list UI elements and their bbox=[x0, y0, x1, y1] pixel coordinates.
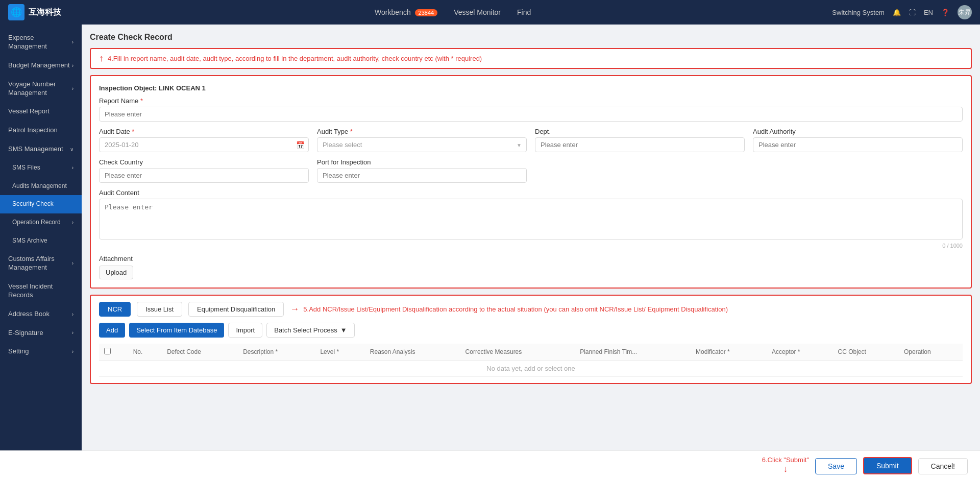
top-navigation: 🌐 互海科技 Workbench 23844 Vessel Monitor Fi… bbox=[0, 0, 980, 25]
chevron-right-icon: › bbox=[72, 219, 74, 226]
notification-icon[interactable]: 🔔 bbox=[893, 9, 901, 16]
sidebar-item-operation-record[interactable]: Operation Record › bbox=[0, 213, 82, 232]
tab-ncr[interactable]: NCR bbox=[99, 302, 131, 317]
arrow-down-icon: ↓ bbox=[783, 464, 788, 474]
sidebar-item-customs[interactable]: Customs AffairsManagement › bbox=[0, 250, 82, 277]
sidebar-item-expense[interactable]: ExpenseManagement › bbox=[0, 29, 82, 56]
batch-select-button[interactable]: Batch Select Process ▼ bbox=[266, 323, 354, 338]
add-button[interactable]: Add bbox=[99, 323, 125, 338]
nav-vessel-monitor[interactable]: Vessel Monitor bbox=[454, 8, 501, 16]
sidebar-item-audits[interactable]: Audits Management bbox=[0, 177, 82, 196]
arrow-up-icon: ↑ bbox=[99, 53, 104, 64]
sidebar-item-sms-files[interactable]: SMS Files › bbox=[0, 159, 82, 177]
sidebar-item-vessel-incident[interactable]: Vessel Incident Records bbox=[0, 277, 82, 305]
col-reason-analysis: Reason Analysis bbox=[365, 344, 460, 361]
submit-button[interactable]: Submit bbox=[863, 457, 912, 474]
upload-button[interactable]: Upload bbox=[99, 266, 133, 279]
chevron-right-icon: › bbox=[72, 164, 74, 171]
sidebar-item-patrol[interactable]: Patrol Inspection bbox=[0, 121, 82, 140]
select-from-item-button[interactable]: Select From Item Datebase bbox=[129, 323, 224, 338]
sidebar-item-sms[interactable]: SMS Management ∨ bbox=[0, 140, 82, 159]
audit-type-group: Audit Type * Please select ▼ bbox=[317, 128, 527, 152]
audit-authority-input[interactable] bbox=[753, 137, 963, 152]
char-count: 0 / 1000 bbox=[99, 243, 963, 249]
cancel-button[interactable]: Cancel! bbox=[918, 458, 968, 474]
sidebar-item-sms-archive[interactable]: SMS Archive bbox=[0, 232, 82, 250]
ncr-table: No. Defect Code Description * Level * Re… bbox=[99, 344, 963, 377]
sidebar-item-setting[interactable]: Setting › bbox=[0, 342, 82, 361]
col-no: No. bbox=[128, 344, 162, 361]
col-modificator: Modificator * bbox=[691, 344, 767, 361]
language-selector[interactable]: EN bbox=[924, 9, 933, 16]
sidebar-item-voyage[interactable]: Voyage NumberManagement › bbox=[0, 75, 82, 103]
form-section: Inspection Object: LINK OCEAN 1 Report N… bbox=[90, 75, 972, 289]
app-logo[interactable]: 🌐 互海科技 bbox=[8, 4, 61, 20]
port-inspection-input[interactable] bbox=[317, 168, 527, 183]
bottom-right-area: 6.Click "Submit" ↓ Save Submit Cancel! bbox=[762, 456, 968, 474]
dropdown-arrow-icon: ▼ bbox=[340, 326, 347, 334]
col-checkbox bbox=[99, 344, 128, 361]
step6-instruction: 6.Click "Submit" bbox=[762, 456, 809, 464]
sidebar-item-security-check[interactable]: Security Check bbox=[0, 195, 82, 213]
filler2 bbox=[753, 158, 963, 183]
fullscreen-icon[interactable]: ⛶ bbox=[909, 9, 916, 16]
select-all-checkbox[interactable] bbox=[104, 348, 111, 354]
dept-input[interactable] bbox=[535, 137, 745, 152]
check-country-label: Check Country bbox=[99, 158, 309, 166]
nav-right: Switching System 🔔 ⛶ EN ❓ 朱昇 bbox=[832, 5, 972, 19]
avatar[interactable]: 朱昇 bbox=[958, 5, 972, 19]
tab-equipment-disq[interactable]: Equipment Disqualification bbox=[188, 302, 284, 317]
nav-workbench[interactable]: Workbench 23844 bbox=[375, 8, 437, 16]
nav-center: Workbench 23844 Vessel Monitor Find bbox=[74, 8, 832, 16]
attachment-label: Attachment bbox=[99, 255, 963, 262]
calendar-icon: 📅 bbox=[296, 141, 305, 149]
app-name: 互海科技 bbox=[29, 7, 61, 18]
country-port-row: Check Country Port for Inspection bbox=[99, 158, 963, 183]
switching-system-btn[interactable]: Switching System bbox=[832, 9, 885, 16]
filler1 bbox=[535, 158, 745, 183]
no-data-message: No data yet, add or select one bbox=[99, 361, 963, 377]
report-name-label: Report Name * bbox=[99, 97, 963, 105]
audit-date-label: Audit Date * bbox=[99, 128, 309, 135]
sidebar: ExpenseManagement › Budget Management › … bbox=[0, 25, 82, 450]
page-title: Create Check Record bbox=[90, 33, 972, 42]
sidebar-item-vessel-report[interactable]: Vessel Report bbox=[0, 102, 82, 121]
help-icon[interactable]: ❓ bbox=[941, 9, 949, 16]
arrow-right-icon: → bbox=[290, 304, 299, 315]
instruction-text-step4: 4.Fill in report name, audit date, audit… bbox=[108, 55, 482, 62]
attachment-section: Attachment Upload bbox=[99, 255, 963, 279]
bottom-bar: 6.Click "Submit" ↓ Save Submit Cancel! bbox=[0, 450, 980, 479]
inspection-object: Inspection Object: LINK OCEAN 1 bbox=[99, 84, 963, 92]
import-button[interactable]: Import bbox=[228, 323, 262, 338]
col-operation: Operation bbox=[899, 344, 963, 361]
nav-find[interactable]: Find bbox=[517, 8, 531, 16]
chevron-right-icon: › bbox=[72, 311, 74, 318]
audit-row: Audit Date * 📅 Audit Type * bbox=[99, 128, 963, 152]
sidebar-item-e-signature[interactable]: E-Signature › bbox=[0, 324, 82, 343]
chevron-right-icon: › bbox=[72, 329, 74, 336]
report-name-row: Report Name * bbox=[99, 97, 963, 122]
action-bar: Add Select From Item Datebase Import Bat… bbox=[99, 323, 963, 338]
audit-content-row: Audit Content 0 / 1000 bbox=[99, 189, 963, 249]
save-button[interactable]: Save bbox=[815, 458, 857, 474]
ncr-instruction: → 5.Add NCR/Issue List/Equipment Disqual… bbox=[290, 304, 728, 315]
ncr-section: NCR Issue List Equipment Disqualificatio… bbox=[90, 295, 972, 384]
sidebar-item-address-book[interactable]: Address Book › bbox=[0, 305, 82, 324]
col-planned-finish-time: Planned Finish Tim... bbox=[575, 344, 691, 361]
sidebar-item-budget[interactable]: Budget Management › bbox=[0, 56, 82, 75]
ncr-header: NCR Issue List Equipment Disqualificatio… bbox=[99, 302, 963, 317]
audit-content-label: Audit Content bbox=[99, 189, 963, 197]
audit-content-textarea[interactable] bbox=[99, 199, 963, 240]
report-name-group: Report Name * bbox=[99, 97, 963, 122]
port-inspection-label: Port for Inspection bbox=[317, 158, 527, 166]
check-country-group: Check Country bbox=[99, 158, 309, 183]
check-country-input[interactable] bbox=[99, 168, 309, 183]
audit-type-select[interactable]: Please select bbox=[317, 137, 527, 152]
tab-issue-list[interactable]: Issue List bbox=[137, 302, 182, 317]
chevron-right-icon: › bbox=[72, 62, 74, 69]
audit-date-input[interactable] bbox=[99, 137, 309, 152]
col-cc-object: CC Object bbox=[833, 344, 899, 361]
submit-hint-area: 6.Click "Submit" ↓ bbox=[762, 456, 809, 474]
report-name-input[interactable] bbox=[99, 107, 963, 122]
col-defect-code: Defect Code bbox=[162, 344, 238, 361]
